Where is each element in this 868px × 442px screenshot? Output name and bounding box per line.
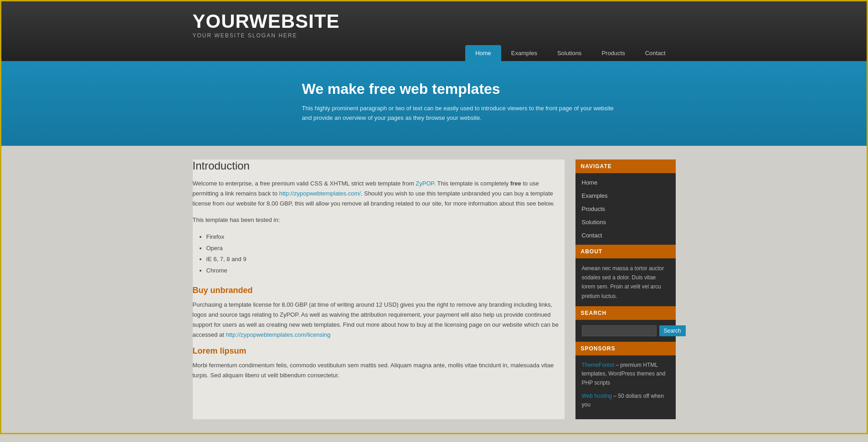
sidebar-about-header: ABOUT [575,245,676,258]
sidebar-item-examples[interactable]: Examples [575,189,676,202]
site-title: YOURWEBSITE [193,10,676,32]
intro-text-prefix: Welcome to enterprise, a free premium va… [193,180,416,187]
sidebar-item-home[interactable]: Home [575,176,676,189]
sponsor-item-1: ThemeForest – premium HTML templates, Wo… [582,361,669,387]
sidebar-sponsors-body: ThemeForest – premium HTML templates, Wo… [575,355,676,419]
sidebar-navigate-section: NAVIGATE Home Examples Products Solution… [575,159,676,245]
zypop-templates-link[interactable]: http://zypopwebtemplates.com/ [279,190,361,197]
nav-item-home[interactable]: Home [465,45,501,61]
list-item: IE 6, 7, 8 and 9 [206,254,565,265]
sponsor2-link[interactable]: Web hosting [582,393,612,399]
search-input[interactable] [582,325,657,336]
sidebar-about-text: Aenean nec massa a tortor auctor sodales… [575,258,676,307]
tested-list: Firefox Opera IE 6, 7, 8 and 9 Chrome [206,231,565,277]
hero-text: This highly prominent paragraph or two o… [302,104,621,123]
tested-label: This template has been tested in: [193,215,565,225]
sidebar-search-section: SEARCH Search [575,306,676,342]
sidebar-item-solutions[interactable]: Solutions [575,216,676,229]
site-header: YOURWEBSITE YOUR WEBSITE SLOGAN HERE Hom… [1,1,867,62]
list-item: Opera [206,243,565,254]
intro-bold: free [510,180,521,187]
nav-item-examples[interactable]: Examples [501,45,547,61]
search-button[interactable]: Search [659,325,686,336]
sidebar-nav-body: Home Examples Products Solutions Contact [575,173,676,245]
main-nav: Home Examples Solutions Products Contact [193,45,676,61]
intro-text-mid: . This template is completely [434,180,510,187]
lorem-paragraph: Morbi fermentum condimentum felis, commo… [193,360,565,380]
sidebar-navigate-header: NAVIGATE [575,159,676,173]
buy-paragraph: Purchasing a template license for 8.00 G… [193,300,565,340]
intro-paragraph-1: Welcome to enterprise, a free premium va… [193,179,565,209]
sidebar: NAVIGATE Home Examples Products Solution… [575,159,676,420]
search-input-wrap: Search [582,325,669,336]
main-content: Introduction Welcome to enterprise, a fr… [184,146,685,433]
sidebar-search-body: Search [575,320,676,342]
hero-title: We make free web templates [302,81,676,98]
intro-heading: Introduction [193,159,565,172]
sidebar-sponsors-header: SPONSORS [575,342,676,355]
nav-item-contact[interactable]: Contact [635,45,676,61]
sidebar-item-contact[interactable]: Contact [575,229,676,242]
lorem-heading: Lorem lipsum [193,346,565,356]
site-slogan: YOUR WEBSITE SLOGAN HERE [193,32,676,39]
buy-heading: Buy unbranded [193,286,565,295]
sidebar-sponsors-section: SPONSORS ThemeForest – premium HTML temp… [575,342,676,419]
hero-section: We make free web templates This highly p… [1,62,867,146]
sponsor-item-2: Web hosting – 50 dollars off when you [582,392,669,409]
sponsor1-link[interactable]: ThemeForest [582,362,614,368]
nav-item-solutions[interactable]: Solutions [547,45,591,61]
content-area: Introduction Welcome to enterprise, a fr… [193,159,565,420]
sidebar-search-header: SEARCH [575,306,676,320]
zypop-link[interactable]: ZyPOP [416,180,434,187]
licensing-link[interactable]: http://zypopwebtemplates.com/licensing [226,331,331,338]
sidebar-item-products[interactable]: Products [575,202,676,216]
list-item: Chrome [206,265,565,277]
sidebar-about-section: ABOUT Aenean nec massa a tortor auctor s… [575,245,676,307]
nav-item-products[interactable]: Products [591,45,635,61]
list-item: Firefox [206,231,565,243]
